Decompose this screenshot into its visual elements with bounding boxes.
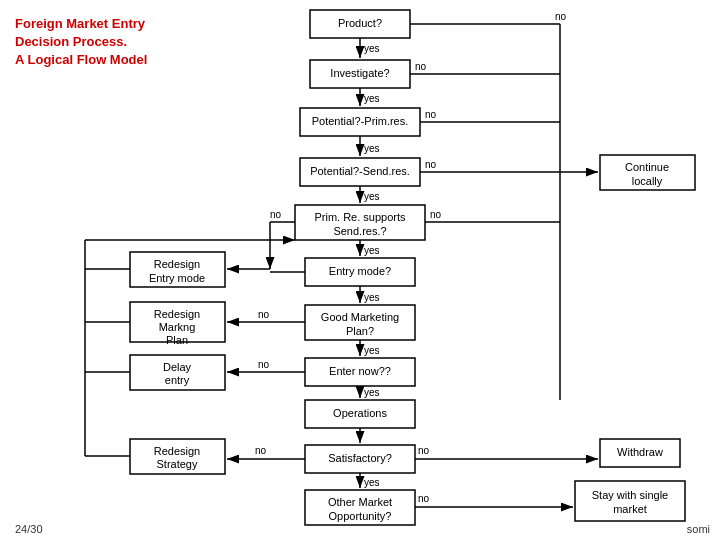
redesign-markng-label1: Redesign — [154, 308, 200, 320]
label-no-other: no — [418, 493, 430, 504]
stay-single-box — [575, 481, 685, 521]
label-yes-6: yes — [364, 292, 380, 303]
continue-locally-label1: Continue — [625, 161, 669, 173]
label-no-satisfactory-left: no — [255, 445, 267, 456]
other-market-label1: Other Market — [328, 496, 392, 508]
entry-mode-label: Entry mode? — [329, 265, 391, 277]
label-no-prim: no — [425, 109, 437, 120]
redesign-entry-label1: Redesign — [154, 258, 200, 270]
good-marketing-label2: Plan? — [346, 325, 374, 337]
label-no-product: no — [555, 11, 567, 22]
delay-entry-label2: entry — [165, 374, 190, 386]
redesign-markng-label3: Plan — [166, 334, 188, 346]
label-no-prim-supports: no — [430, 209, 442, 220]
label-yes-2: yes — [364, 93, 380, 104]
label-no-marketing: no — [258, 309, 270, 320]
prim-supports-label2: Send.res.? — [333, 225, 386, 237]
label-no-investigate: no — [415, 61, 427, 72]
operations-label: Operations — [333, 407, 387, 419]
label-yes-7: yes — [364, 345, 380, 356]
label-yes-5: yes — [364, 245, 380, 256]
prim-supports-label1: Prim. Re. supports — [314, 211, 406, 223]
potential-send-label: Potential?-Send.res. — [310, 165, 410, 177]
label-yes-1: yes — [364, 43, 380, 54]
label-no-entry: no — [270, 209, 282, 220]
redesign-strategy-label2: Strategy — [157, 458, 198, 470]
label-yes-9: yes — [364, 477, 380, 488]
potential-prim-label: Potential?-Prim.res. — [312, 115, 409, 127]
label-no-satisfactory: no — [418, 445, 430, 456]
label-yes-3: yes — [364, 143, 380, 154]
redesign-strategy-label1: Redesign — [154, 445, 200, 457]
product-label: Product? — [338, 17, 382, 29]
label-yes-4: yes — [364, 191, 380, 202]
stay-single-label1: Stay with single — [592, 489, 668, 501]
redesign-entry-label2: Entry mode — [149, 272, 205, 284]
stay-single-label2: market — [613, 503, 647, 515]
flowchart: Product? Investigate? Potential?-Prim.re… — [0, 0, 720, 540]
other-market-label2: Opportunity? — [329, 510, 392, 522]
label-no-enter: no — [258, 359, 270, 370]
satisfactory-label: Satisfactory? — [328, 452, 392, 464]
continue-locally-label2: locally — [632, 175, 663, 187]
good-marketing-label1: Good Marketing — [321, 311, 399, 323]
slide-number: 24/30 — [15, 523, 43, 535]
enter-now-label: Enter now?? — [329, 365, 391, 377]
investigate-label: Investigate? — [330, 67, 389, 79]
author-label: somi — [687, 523, 710, 535]
label-yes-8: yes — [364, 387, 380, 398]
label-no-send: no — [425, 159, 437, 170]
redesign-markng-label2: Markng — [159, 321, 196, 333]
delay-entry-label1: Delay — [163, 361, 192, 373]
withdraw-label: Withdraw — [617, 446, 663, 458]
